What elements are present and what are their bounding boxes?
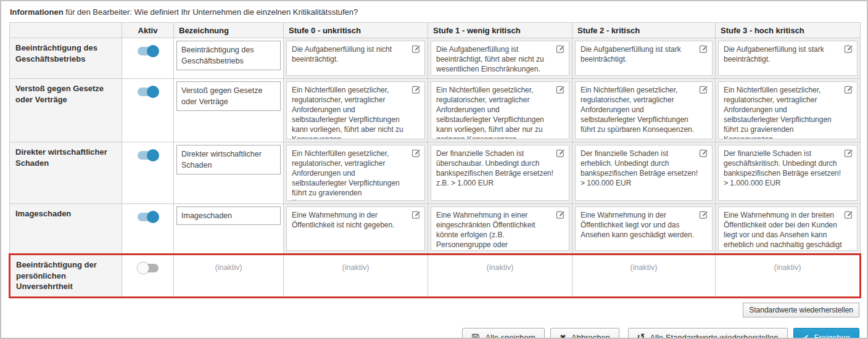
stufe3-cell: Eine Wahrnehmung in der breiten Öffentli… — [716, 204, 861, 255]
stufe1-cell: Ein Nichterfüllen gesetzlicher, regulato… — [428, 79, 572, 142]
stufe0-cell-inactive: (inaktiv) — [284, 255, 428, 298]
edit-icon[interactable] — [699, 85, 708, 94]
stufe-description: Ein Nichterfüllen gesetzlicher, regulato… — [581, 85, 698, 134]
bezeichnung-input[interactable]: Direkter wirtschaftlicher Schaden — [176, 145, 281, 174]
header-stufe3: Stufe 3 - hoch kritisch — [716, 23, 861, 38]
table-row: Verstoß gegen Gesetze oder Verträge Vers… — [10, 79, 861, 142]
aktiv-cell — [122, 204, 174, 255]
table-row: Direkter wirtschaftlicher Schaden Direkt… — [10, 142, 861, 204]
edit-icon[interactable] — [556, 44, 565, 54]
table-row: Imageschaden Imageschaden Eine Wahrnehmu… — [10, 204, 861, 255]
stufe-description: Ein Nichterfüllen gesetzlicher, regulato… — [292, 149, 411, 201]
bezeichnung-cell: Beeinträchtigung des Geschäftsbetriebs — [174, 38, 284, 79]
stufe2-cell-inactive: (inaktiv) — [572, 255, 716, 298]
stufe-description: Eine Wahrnehmung in einer eingeschränkte… — [436, 210, 555, 251]
inactive-label: (inaktiv) — [342, 263, 370, 272]
undo-icon: ↺ — [637, 333, 645, 339]
toggle-knob — [147, 149, 159, 161]
toggle-knob — [147, 45, 159, 57]
bezeichnung-cell: Verstoß gegen Gesetze oder Verträge — [174, 79, 284, 142]
edit-icon[interactable] — [411, 85, 421, 94]
edit-icon[interactable] — [844, 44, 853, 54]
edit-icon[interactable] — [411, 44, 421, 54]
save-icon — [471, 333, 480, 339]
edit-icon[interactable] — [699, 44, 708, 54]
stufe0-cell: Die Aufgabenerfüllung ist nicht beeinträ… — [284, 38, 428, 79]
table-row-inactive-highlighted: Beeinträchtigung der persönlichen Unvers… — [10, 255, 861, 298]
save-all-button[interactable]: Alle speichern — [462, 328, 545, 339]
restore-all-defaults-button[interactable]: ↺ Alle Standardwerte wiederherstellen — [628, 328, 788, 339]
aktiv-cell — [122, 79, 174, 142]
edit-icon[interactable] — [699, 210, 708, 219]
stufe2-cell: Eine Wahrnehmung in der Öffentlichkeit l… — [572, 204, 716, 255]
header-stufe0: Stufe 0 - unkritisch — [284, 23, 428, 38]
release-button[interactable]: ✔ Freigeben — [793, 328, 859, 339]
row-label: Beeinträchtigung des Geschäftsbetriebs — [10, 38, 122, 79]
check-icon: ✔ — [803, 333, 809, 339]
restore-defaults-button[interactable]: Standardwerte wiederherstellen — [743, 303, 859, 317]
toggle-knob — [137, 262, 149, 274]
edit-icon[interactable] — [411, 210, 421, 219]
header-stufe2: Stufe 2 - kritisch — [572, 23, 716, 38]
stufe-description: Der finanzielle Schaden ist geschäftskri… — [724, 149, 843, 188]
active-toggle[interactable] — [136, 45, 160, 57]
cancel-label: Abbrechen — [571, 333, 610, 339]
edit-icon[interactable] — [699, 149, 708, 158]
edit-icon[interactable] — [844, 85, 853, 94]
stufe0-cell: Ein Nichterfüllen gesetzlicher, regulato… — [284, 142, 428, 204]
aktiv-cell — [122, 255, 174, 298]
row-label: Imageschaden — [10, 204, 122, 255]
cancel-x-icon: ✖ — [560, 333, 566, 339]
active-toggle[interactable] — [136, 262, 160, 274]
edit-icon[interactable] — [556, 149, 565, 158]
stufe2-cell: Ein Nichterfüllen gesetzlicher, regulato… — [572, 79, 716, 142]
info-text-rest: für den Bearbeiter: Wie definiert Ihr Un… — [64, 7, 358, 17]
bezeichnung-cell: Imageschaden — [174, 204, 284, 255]
stufe-description: Die Aufgabenerfüllung ist stark beeinträ… — [724, 44, 843, 64]
stufe-description: Die Aufgabenerfüllung ist stark beeinträ… — [581, 44, 698, 64]
restore-all-defaults-label: Alle Standardwerte wiederherstellen — [650, 333, 778, 339]
table-row: Beeinträchtigung des Geschäftsbetriebs B… — [10, 38, 861, 79]
edit-icon[interactable] — [844, 149, 853, 158]
header-bezeichnung: Bezeichnung — [174, 23, 284, 38]
row-label: Beeinträchtigung der persönlichen Unvers… — [10, 255, 122, 298]
stufe-description: Die Aufgabenerfüllung ist beeinträchtigt… — [436, 44, 555, 74]
stufe1-cell-inactive: (inaktiv) — [428, 255, 572, 298]
bezeichnung-input[interactable]: Beeinträchtigung des Geschäftsbetriebs — [176, 41, 281, 70]
edit-icon[interactable] — [411, 149, 421, 158]
bezeichnung-input[interactable]: Imageschaden — [176, 206, 281, 225]
active-toggle[interactable] — [136, 149, 160, 161]
aktiv-cell — [122, 142, 174, 204]
stufe3-cell: Der finanzielle Schaden ist geschäftskri… — [716, 142, 861, 204]
active-toggle[interactable] — [136, 211, 160, 223]
header-stufe1: Stufe 1 - wenig kritisch — [428, 23, 572, 38]
inactive-label: (inaktiv) — [774, 263, 801, 272]
stufe0-cell: Ein Nichterfüllen gesetzlicher, regulato… — [284, 79, 428, 142]
stufe-description: Eine Wahrnehmung in der breiten Öffentli… — [724, 210, 843, 251]
stufe3-cell-inactive: (inaktiv) — [716, 255, 861, 298]
header-empty — [10, 23, 122, 38]
row-label: Verstoß gegen Gesetze oder Verträge — [10, 79, 122, 142]
stufe-description: Eine Wahrnehmung in der Öffentlichkeit i… — [292, 210, 411, 230]
bezeichnung-input[interactable]: Verstoß gegen Gesetze oder Verträge — [176, 81, 281, 111]
bezeichnung-cell: Direkter wirtschaftlicher Schaden — [174, 142, 284, 204]
edit-icon[interactable] — [556, 85, 565, 94]
criticality-table: Aktiv Bezeichnung Stufe 0 - unkritisch S… — [9, 22, 861, 298]
edit-icon[interactable] — [844, 210, 853, 219]
edit-icon[interactable] — [556, 210, 565, 219]
stufe1-cell: Die Aufgabenerfüllung ist beeinträchtigt… — [428, 38, 572, 79]
stufe-description: Ein Nichterfüllen gesetzlicher, regulato… — [436, 85, 555, 139]
stufe-description: Der finanzielle Schaden ist überschaubar… — [436, 149, 555, 188]
stufe3-cell: Ein Nichterfüllen gesetzlicher, regulato… — [716, 79, 861, 142]
stufe3-cell: Die Aufgabenerfüllung ist stark beeinträ… — [716, 38, 861, 79]
save-all-label: Alle speichern — [485, 333, 535, 339]
bezeichnung-cell-inactive: (inaktiv) — [174, 255, 284, 298]
cancel-button[interactable]: ✖ Abbrechen — [550, 328, 619, 339]
stufe-description: Die Aufgabenerfüllung ist nicht beeinträ… — [292, 44, 411, 64]
stufe-description: Ein Nichterfüllen gesetzlicher, regulato… — [292, 85, 411, 139]
release-label: Freigeben — [814, 333, 850, 339]
row-label: Direkter wirtschaftlicher Schaden — [10, 142, 122, 204]
info-text: Informationen für den Bearbeiter: Wie de… — [10, 7, 859, 17]
active-toggle[interactable] — [136, 86, 160, 98]
toggle-knob — [147, 211, 159, 223]
